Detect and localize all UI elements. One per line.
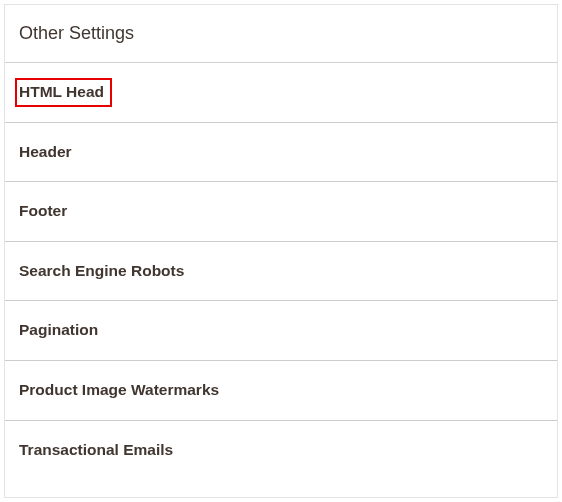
section-label: Header xyxy=(19,143,72,160)
section-label: HTML Head xyxy=(19,83,104,100)
section-pagination[interactable]: Pagination xyxy=(5,301,557,361)
section-label: Search Engine Robots xyxy=(19,262,184,279)
section-label: Footer xyxy=(19,202,67,219)
section-label: Product Image Watermarks xyxy=(19,381,219,398)
section-label: Transactional Emails xyxy=(19,441,173,458)
highlight-box: HTML Head xyxy=(15,78,112,107)
section-html-head[interactable]: HTML Head xyxy=(5,63,557,123)
section-product-image-watermarks[interactable]: Product Image Watermarks xyxy=(5,361,557,421)
section-search-engine-robots[interactable]: Search Engine Robots xyxy=(5,242,557,302)
section-footer[interactable]: Footer xyxy=(5,182,557,242)
section-transactional-emails[interactable]: Transactional Emails xyxy=(5,421,557,480)
other-settings-panel: Other Settings HTML Head Header Footer S… xyxy=(4,4,558,498)
section-header[interactable]: Header xyxy=(5,123,557,183)
section-list: HTML Head Header Footer Search Engine Ro… xyxy=(5,63,557,479)
section-label: Pagination xyxy=(19,321,98,338)
panel-title: Other Settings xyxy=(5,5,557,63)
